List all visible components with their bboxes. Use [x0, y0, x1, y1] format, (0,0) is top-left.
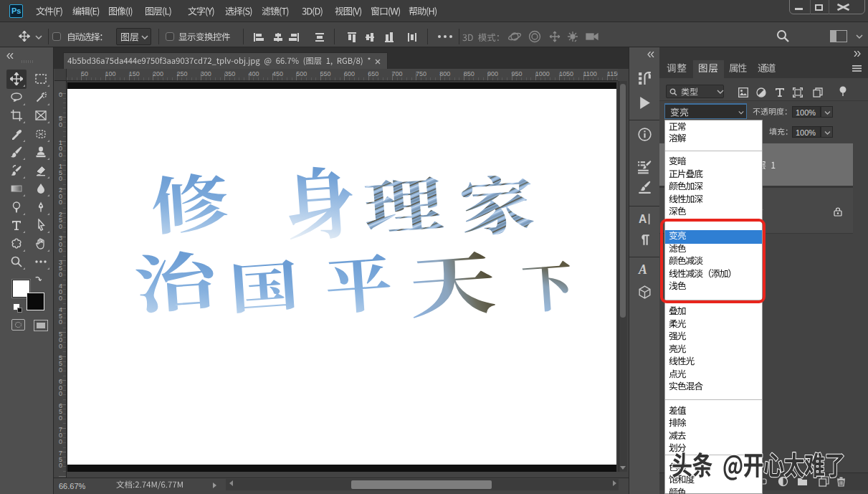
svg-text:A: A	[639, 213, 647, 225]
svg-text:A: A	[638, 262, 647, 277]
